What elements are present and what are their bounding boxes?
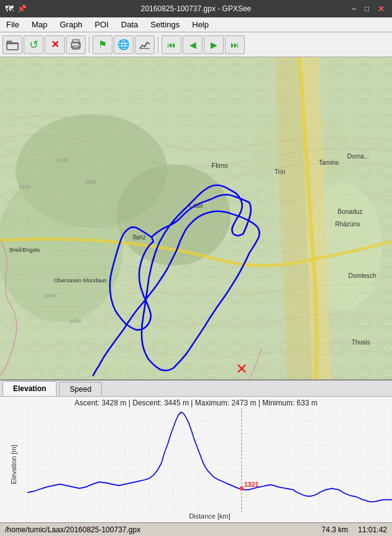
minimize-button[interactable]: – <box>349 4 358 13</box>
graph-section: Elevation Speed Ascent: 3428 m | Descent… <box>0 379 392 522</box>
svg-text:1321: 1321 <box>244 481 258 488</box>
map-area[interactable]: Flims Trin Tamins Doma... Laax Ilanz Bre… <box>0 57 392 379</box>
menu-file[interactable]: File <box>0 17 25 32</box>
menu-settings[interactable]: Settings <box>144 17 186 32</box>
globe-button[interactable]: 🌐 <box>114 35 134 54</box>
close-button[interactable]: ✕ <box>375 4 387 14</box>
svg-text:Rhäzüns: Rhäzüns <box>335 221 360 228</box>
pin-icon: 📌 <box>17 4 27 13</box>
title-bar: 🗺 📌 20160825-100737.gpx - GPXSee – □ ✕ <box>0 0 392 17</box>
svg-text:Domlesch: Domlesch <box>349 272 376 279</box>
next-end-button[interactable]: ⏭ <box>225 35 245 54</box>
distance-label: 74.3 km <box>322 525 349 534</box>
flag-button[interactable]: ⚑ <box>93 35 112 54</box>
tab-elevation[interactable]: Elevation <box>2 381 57 396</box>
x-axis-label: Distance [km] <box>27 512 392 521</box>
elevation-chart[interactable]: 2400 2200 2000 1800 1600 1400 1200 1000 … <box>27 408 392 512</box>
app-icon: 🗺 <box>5 4 14 14</box>
menu-help[interactable]: Help <box>186 17 215 32</box>
title-bar-controls: – □ ✕ <box>349 4 387 14</box>
prev-start-button[interactable]: ⏮ <box>162 35 181 54</box>
svg-text:2100: 2100 <box>19 184 31 190</box>
svg-text:Breil/Brigels: Breil/Brigels <box>9 247 40 253</box>
tab-speed[interactable]: Speed <box>59 382 102 396</box>
stats-line: Ascent: 3428 m | Descent: 3445 m | Maxim… <box>0 397 392 408</box>
y-axis-label: Elevation [m] <box>10 445 17 484</box>
svg-text:Bonaduz: Bonaduz <box>338 208 363 215</box>
svg-point-80 <box>240 486 244 491</box>
svg-text:2100: 2100 <box>57 157 69 163</box>
file-path: /home/tumic/Laax/20160825-100737.gpx <box>5 525 140 534</box>
svg-text:Thusis: Thusis <box>352 339 370 346</box>
print-button[interactable] <box>66 35 86 54</box>
menu-poi[interactable]: POI <box>88 17 114 32</box>
close-file-button[interactable]: ✕ <box>45 35 65 54</box>
svg-text:Obersaxen Mundaun: Obersaxen Mundaun <box>53 277 106 284</box>
svg-text:1800: 1800 <box>44 293 56 298</box>
svg-text:1800: 1800 <box>85 179 97 185</box>
prev-button[interactable]: ◀ <box>183 35 203 54</box>
toolbar-separator-1 <box>89 36 89 53</box>
reload-button[interactable]: ↺ <box>24 35 43 54</box>
svg-rect-2 <box>6 44 19 44</box>
svg-rect-6 <box>78 44 80 45</box>
time-label: 11:01:42 <box>358 525 387 534</box>
svg-text:Flims: Flims <box>211 162 228 169</box>
menu-graph[interactable]: Graph <box>53 17 88 32</box>
next-button[interactable]: ▶ <box>204 35 224 54</box>
svg-text:Ilanz: Ilanz <box>132 234 145 241</box>
svg-text:Tamins: Tamins <box>319 159 339 166</box>
toolbar-separator-2 <box>158 36 158 53</box>
menu-data[interactable]: Data <box>115 17 144 32</box>
maximize-button[interactable]: □ <box>362 4 371 13</box>
menu-bar: File Map Graph POI Data Settings Help <box>0 17 392 32</box>
status-bar: /home/tumic/Laax/20160825-100737.gpx 74.… <box>0 522 392 536</box>
map-canvas: Flims Trin Tamins Doma... Laax Ilanz Bre… <box>0 57 392 379</box>
tabs: Elevation Speed <box>0 381 392 397</box>
chart-button[interactable] <box>135 35 155 54</box>
svg-text:Trin: Trin <box>275 169 285 175</box>
menu-map[interactable]: Map <box>25 17 53 32</box>
window-title: 20160825-100737.gpx - GPXSee <box>141 4 251 13</box>
svg-text:1600: 1600 <box>70 318 81 324</box>
svg-rect-1 <box>7 41 12 44</box>
title-bar-left: 🗺 📌 <box>5 4 27 14</box>
toolbar: ↺ ✕ ⚑ 🌐 ⏮ ◀ ▶ ⏭ <box>0 32 392 57</box>
svg-text:Doma...: Doma... <box>347 153 370 160</box>
open-button[interactable] <box>2 35 22 54</box>
